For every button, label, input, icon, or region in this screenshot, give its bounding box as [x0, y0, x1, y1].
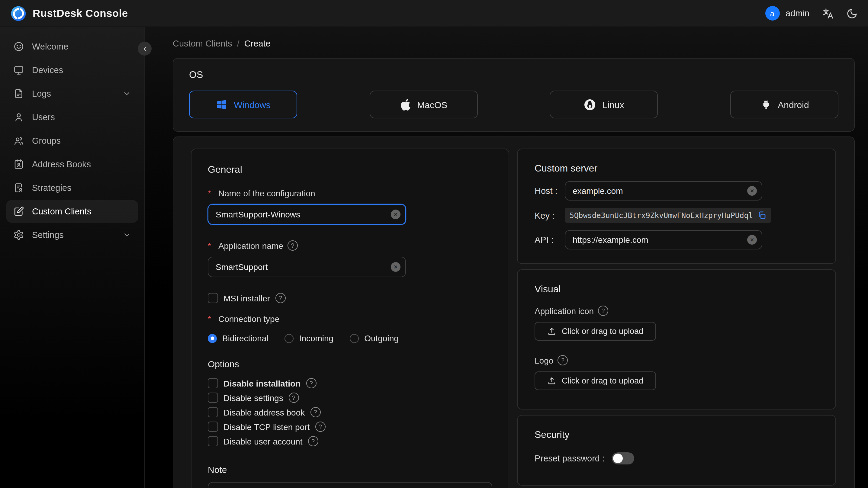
- sidebar-item-label: Users: [32, 112, 55, 122]
- upload-icon: [547, 376, 556, 385]
- upload-icon: [547, 327, 556, 336]
- disable-user-account-checkbox[interactable]: [208, 436, 218, 446]
- sidebar-item-label: Devices: [32, 65, 63, 75]
- sidebar-item-logs[interactable]: Logs: [6, 82, 138, 105]
- breadcrumb-parent[interactable]: Custom Clients: [173, 39, 232, 48]
- os-button-android[interactable]: Android: [730, 91, 838, 118]
- help-icon[interactable]: [306, 378, 316, 388]
- custom-server-card: Custom server Host : Key : 5Qbwsde3unUcJ…: [517, 149, 836, 264]
- user-icon: [13, 112, 24, 123]
- sidebar-item-custom-clients[interactable]: Custom Clients: [6, 200, 138, 223]
- logo-upload-button[interactable]: Click or drag to upload: [534, 371, 656, 390]
- toggle-knob: [613, 454, 623, 463]
- config-name-input[interactable]: [208, 204, 406, 225]
- app-name-input[interactable]: [208, 257, 406, 277]
- sidebar-item-devices[interactable]: Devices: [6, 59, 138, 82]
- security-card: Security Preset password :: [517, 415, 836, 486]
- rustdesk-logo-icon: [10, 5, 27, 22]
- clear-icon[interactable]: [747, 186, 757, 196]
- os-button-windows[interactable]: Windows: [189, 91, 297, 118]
- sidebar-item-groups[interactable]: Groups: [6, 129, 138, 152]
- user-avatar[interactable]: a: [765, 6, 779, 21]
- rustdesk-console-app: RustDesk Console a admin: [0, 0, 868, 488]
- radio-incoming[interactable]: Incoming: [285, 333, 334, 343]
- windows-logo-icon: [216, 98, 228, 111]
- help-icon[interactable]: [287, 240, 298, 251]
- preset-password-toggle[interactable]: [612, 452, 634, 464]
- chevron-left-icon: [141, 45, 148, 52]
- sidebar-item-users[interactable]: Users: [6, 106, 138, 129]
- user-name: admin: [785, 8, 809, 18]
- os-button-linux[interactable]: Linux: [550, 91, 658, 118]
- breadcrumb-separator: /: [237, 39, 240, 48]
- sidebar-item-label: Address Books: [32, 159, 91, 169]
- breadcrumb-current: Create: [244, 39, 271, 48]
- general-title: General: [208, 164, 492, 175]
- chevron-down-icon: [123, 231, 131, 239]
- config-container: General Name of the configuration Applic…: [173, 136, 855, 488]
- clear-icon[interactable]: [391, 262, 401, 272]
- sidebar-item-address-books[interactable]: Address Books: [6, 153, 138, 176]
- option-disable-settings: Disable settings: [208, 393, 492, 403]
- radio-label: Bidirectional: [222, 333, 269, 343]
- help-icon[interactable]: [289, 393, 299, 403]
- sidebar-item-welcome[interactable]: Welcome: [6, 35, 138, 58]
- help-icon[interactable]: [275, 293, 286, 303]
- sidebar-item-settings[interactable]: Settings: [6, 223, 138, 246]
- disable-address-book-checkbox[interactable]: [208, 407, 218, 417]
- config-name-label-text: Name of the configuration: [218, 188, 315, 198]
- key-row: Key : 5Qbwsde3unUcJBtrx9ZkvUmwFNoExHzpry…: [534, 208, 818, 223]
- radio-bidirectional[interactable]: Bidirectional: [208, 333, 269, 343]
- os-button-macos[interactable]: MacOS: [369, 91, 477, 118]
- option-label: Disable address book: [223, 407, 305, 417]
- radio-outgoing[interactable]: Outgoing: [350, 333, 399, 343]
- right-column: Custom server Host : Key : 5Qbwsde3unUcJ…: [517, 149, 836, 486]
- sidebar-item-strategies[interactable]: Strategies: [6, 176, 138, 199]
- key-value: 5Qbwsde3unUcJBtrx9ZkvUmwFNoExHzpryHuPUdq…: [569, 211, 753, 219]
- application-icon-label: Application icon: [534, 306, 818, 316]
- collapse-sidebar-button[interactable]: [138, 42, 152, 56]
- upload-button-label: Click or drag to upload: [562, 327, 643, 336]
- security-title: Security: [534, 429, 818, 440]
- main-content: Custom Clients / Create OS Windows: [146, 27, 868, 488]
- android-robot-icon: [760, 98, 772, 111]
- help-icon[interactable]: [310, 407, 320, 417]
- help-icon[interactable]: [558, 355, 568, 365]
- header: RustDesk Console a admin: [0, 0, 868, 27]
- contact-book-icon: [13, 159, 24, 170]
- translate-icon[interactable]: [822, 7, 834, 20]
- disable-settings-checkbox[interactable]: [208, 393, 218, 403]
- gear-icon: [13, 230, 24, 240]
- file-text-icon: [13, 88, 24, 99]
- smiley-icon: [13, 41, 24, 52]
- host-input[interactable]: [565, 181, 762, 201]
- config-name-field: [208, 204, 406, 225]
- radio-icon: [208, 334, 217, 343]
- help-icon[interactable]: [315, 422, 325, 432]
- copy-icon[interactable]: [757, 211, 767, 220]
- disable-installation-checkbox[interactable]: [208, 378, 218, 388]
- api-row: API :: [534, 230, 818, 249]
- api-input[interactable]: [565, 230, 762, 249]
- sidebar-item-label: Custom Clients: [32, 207, 92, 216]
- help-icon[interactable]: [598, 306, 608, 316]
- app-name-label: Application name: [208, 240, 492, 251]
- linux-penguin-icon: [584, 98, 596, 111]
- clear-icon[interactable]: [747, 235, 757, 245]
- api-label: API :: [534, 235, 564, 245]
- option-disable-address-book: Disable address book: [208, 407, 492, 417]
- note-textarea[interactable]: [208, 482, 492, 488]
- clear-icon[interactable]: [391, 210, 401, 219]
- disable-tcp-listen-port-checkbox[interactable]: [208, 422, 218, 432]
- moon-icon[interactable]: [846, 7, 858, 19]
- help-icon[interactable]: [308, 436, 318, 446]
- sidebar-item-label: Strategies: [32, 183, 71, 193]
- app-title: RustDesk Console: [33, 7, 128, 20]
- logo-label-text: Logo: [534, 356, 553, 365]
- sidebar-item-label: Settings: [32, 230, 64, 240]
- host-label: Host :: [534, 186, 564, 196]
- custom-server-title: Custom server: [534, 163, 818, 174]
- application-icon-upload-button[interactable]: Click or drag to upload: [534, 322, 656, 341]
- monitor-icon: [13, 65, 24, 75]
- msi-installer-checkbox[interactable]: [208, 293, 218, 303]
